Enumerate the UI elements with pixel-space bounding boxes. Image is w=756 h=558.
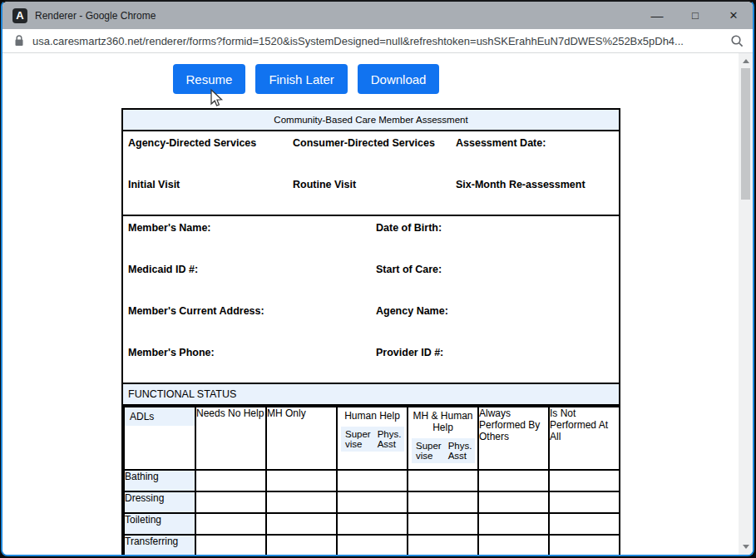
table-cell[interactable] (549, 513, 620, 535)
subheader-phys-asst: Phys. Asst (448, 441, 473, 461)
label-start-of-care: Start of Care: (376, 264, 619, 299)
angular-app-icon: A (12, 8, 27, 23)
table-cell[interactable] (478, 513, 549, 535)
label-current-address: Member's Current Address: (128, 305, 376, 341)
table-cell[interactable] (549, 535, 620, 555)
scroll-down-icon[interactable] (743, 545, 749, 549)
table-cell[interactable] (408, 470, 478, 491)
label-assessment-date: Assessment Date: (456, 137, 619, 173)
table-cell[interactable] (408, 535, 478, 555)
member-row: Member's Name: Date of Birth: (123, 216, 619, 258)
row-label-toileting: Toileting (124, 513, 195, 535)
label-medicaid-id: Medicaid ID #: (128, 264, 376, 299)
table-cell[interactable] (195, 470, 266, 491)
table-cell[interactable] (478, 535, 549, 555)
mh-human-help-subheader: Super vise Phys. Asst (412, 438, 475, 463)
table-cell[interactable] (408, 513, 478, 535)
table-cell[interactable] (478, 491, 549, 513)
member-row: Member's Current Address: Agency Name: (123, 299, 619, 341)
maximize-icon[interactable]: □ (676, 2, 714, 29)
label-agency-directed: Agency-Directed Services (128, 137, 293, 173)
human-help-subheader: Super vise Phys. Asst (341, 427, 404, 452)
form-action-buttons: Resume Finish Later Download (2, 64, 610, 94)
zoom-search-icon[interactable] (730, 34, 744, 48)
table-row-dressing: Dressing (124, 491, 620, 513)
table-cell[interactable] (195, 535, 266, 555)
table-cell[interactable] (478, 470, 549, 491)
table-cell[interactable] (337, 513, 408, 535)
label-six-month: Six-Month Re-assessment (456, 179, 619, 215)
row-label-bathing: Bathing (124, 470, 195, 491)
download-button[interactable]: Download (358, 64, 440, 94)
table-header-row: ADLs Needs No Help MH Only Human Help Su… (124, 407, 620, 470)
minimize-icon[interactable]: — (638, 2, 676, 29)
table-cell[interactable] (337, 470, 408, 491)
visit-type-row: Initial Visit Routine Visit Six-Month Re… (123, 173, 619, 215)
header-adls: ADLs (124, 407, 195, 470)
window-controls: — □ ✕ (638, 2, 753, 29)
table-row-transferring: Transferring (124, 535, 620, 555)
header-needs-no-help: Needs No Help (195, 407, 266, 470)
label-member-name: Member's Name: (128, 222, 376, 258)
subheader-supervise: Super vise (345, 429, 371, 449)
table-cell[interactable] (195, 491, 266, 513)
page-content: Resume Finish Later Download Community-B… (2, 53, 753, 555)
header-always-performed: Always Performed By Others (478, 407, 549, 470)
url-text[interactable]: usa.caresmartz360.net/renderer/forms?for… (32, 35, 722, 47)
row-label-transferring: Transferring (124, 535, 195, 555)
table-cell[interactable] (549, 491, 620, 513)
close-icon[interactable]: ✕ (714, 2, 753, 29)
label-consumer-directed: Consumer-Directed Services (293, 137, 456, 173)
table-cell[interactable] (337, 535, 408, 555)
scrollbar-thumb[interactable] (741, 68, 750, 200)
member-row: Medicaid ID #: Start of Care: (123, 258, 619, 299)
assessment-form: Community-Based Care Member Assessment A… (121, 108, 620, 555)
window-titlebar: A Renderer - Google Chrome — □ ✕ (2, 2, 753, 29)
table-cell[interactable] (549, 470, 620, 491)
header-not-performed: Is Not Performed At All (549, 407, 620, 470)
label-routine-visit: Routine Visit (293, 179, 456, 215)
table-cell[interactable] (408, 491, 478, 513)
header-mh-human-help: MH & Human Help Super vise Phys. Asst (408, 407, 478, 470)
member-row: Member's Phone: Provider ID #: (123, 341, 619, 383)
lock-icon[interactable] (14, 35, 24, 47)
visit-section: Agency-Directed Services Consumer-Direct… (123, 131, 619, 216)
label-agency-name: Agency Name: (376, 305, 619, 341)
subheader-supervise: Super vise (416, 441, 442, 461)
table-cell[interactable] (266, 535, 337, 555)
table-cell[interactable] (266, 513, 337, 535)
window-title: Renderer - Google Chrome (35, 10, 156, 22)
label-date-of-birth: Date of Birth: (376, 222, 619, 258)
member-section: Member's Name: Date of Birth: Medicaid I… (123, 216, 619, 384)
header-human-help: Human Help Super vise Phys. Asst (337, 407, 408, 470)
table-row-bathing: Bathing (124, 470, 620, 491)
label-initial-visit: Initial Visit (128, 179, 293, 215)
table-row-toileting: Toileting (124, 513, 620, 535)
label-member-phone: Member's Phone: (128, 347, 376, 383)
subheader-phys-asst: Phys. Asst (378, 429, 403, 449)
services-row: Agency-Directed Services Consumer-Direct… (123, 131, 619, 173)
form-title: Community-Based Care Member Assessment (123, 110, 619, 131)
header-mh-only: MH Only (266, 407, 337, 470)
functional-status-table: ADLs Needs No Help MH Only Human Help Su… (123, 406, 620, 555)
mouse-cursor-icon (209, 88, 224, 108)
table-cell[interactable] (337, 491, 408, 513)
table-cell[interactable] (195, 513, 266, 535)
finish-later-button[interactable]: Finish Later (255, 64, 347, 94)
label-provider-id: Provider ID #: (376, 347, 619, 383)
vertical-scrollbar[interactable] (739, 53, 753, 555)
row-label-dressing: Dressing (124, 491, 195, 513)
functional-status-header: FUNCTIONAL STATUS (123, 384, 619, 406)
browser-window: A Renderer - Google Chrome — □ ✕ usa.car… (1, 0, 754, 556)
scroll-up-icon[interactable] (743, 59, 749, 63)
address-bar[interactable]: usa.caresmartz360.net/renderer/forms?for… (2, 29, 753, 53)
table-cell[interactable] (266, 491, 337, 513)
table-cell[interactable] (266, 470, 337, 491)
